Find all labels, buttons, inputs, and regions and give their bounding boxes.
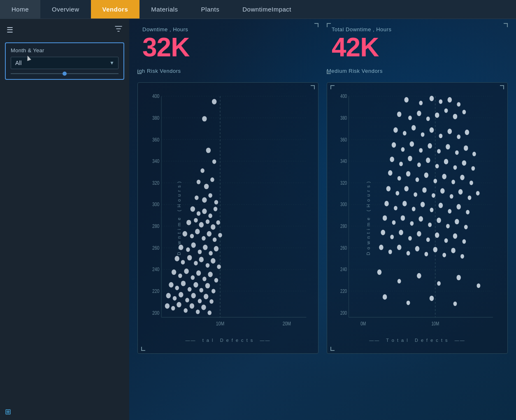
svg-point-214	[390, 235, 394, 239]
svg-point-76	[202, 277, 207, 281]
nav-downtime-impact[interactable]: DowntimeImpact	[231, 0, 303, 19]
svg-point-210	[446, 224, 450, 228]
kpi-label-right: Total Downtime , Hours	[332, 26, 503, 32]
svg-point-195	[402, 201, 407, 206]
svg-point-144	[403, 131, 407, 135]
svg-point-56	[179, 245, 183, 250]
svg-point-239	[383, 294, 387, 299]
nav-overview[interactable]: Overview	[40, 0, 91, 19]
svg-point-185	[414, 192, 417, 197]
svg-point-94	[209, 299, 214, 304]
svg-point-199	[439, 203, 443, 208]
svg-point-168	[444, 159, 449, 164]
svg-point-46	[206, 219, 210, 224]
svg-point-236	[437, 281, 441, 286]
svg-point-240	[407, 301, 410, 305]
svg-text:260: 260	[340, 245, 347, 251]
svg-point-146	[421, 132, 425, 137]
svg-point-53	[207, 231, 212, 237]
svg-point-87	[166, 293, 171, 298]
svg-point-235	[417, 273, 421, 278]
content-area: Downtime , Hours 32K Total Downtime , Ho…	[129, 19, 516, 420]
svg-point-84	[199, 288, 203, 292]
nav-home[interactable]: Home	[0, 0, 40, 19]
svg-point-97	[177, 302, 181, 307]
svg-point-101	[201, 305, 206, 310]
svg-point-42	[214, 207, 218, 211]
chart-medium-risk-vendors: D o w n t i m e ( H o u r s )	[327, 82, 508, 354]
svg-point-100	[196, 310, 200, 314]
svg-point-194	[394, 206, 397, 210]
nav-plants[interactable]: Plants	[190, 0, 231, 19]
svg-point-132	[439, 100, 443, 104]
svg-point-33	[210, 177, 214, 182]
slider-thumb[interactable]	[63, 72, 67, 76]
svg-point-226	[407, 251, 410, 255]
svg-point-91	[191, 293, 195, 298]
svg-point-163	[399, 162, 403, 166]
svg-text:200: 200	[340, 310, 347, 316]
svg-point-189	[450, 194, 453, 199]
svg-text:300: 300	[152, 202, 159, 207]
svg-point-55	[218, 233, 222, 237]
top-navigation: Home Overview Vendors Materials Plants D…	[0, 0, 516, 19]
svg-point-62	[214, 246, 218, 251]
svg-point-32	[204, 184, 209, 189]
svg-point-43	[186, 220, 191, 225]
svg-text:20M: 20M	[283, 321, 291, 326]
nav-vendors[interactable]: Vendors	[91, 0, 140, 19]
svg-point-143	[393, 128, 398, 133]
svg-point-29	[212, 159, 216, 164]
svg-point-173	[397, 176, 401, 181]
svg-point-161	[472, 152, 476, 156]
svg-point-188	[440, 188, 445, 194]
svg-point-50	[190, 234, 194, 238]
hamburger-icon[interactable]: ☰	[7, 26, 13, 35]
main-layout: ☰ Month & Year All Jan 2023 Feb	[0, 19, 516, 420]
svg-point-136	[408, 116, 412, 120]
kpi-row: Downtime , Hours 32K Total Downtime , Ho…	[129, 23, 516, 64]
svg-point-142	[463, 110, 466, 114]
charts-row: D o w n t i m e ( H o u r s )	[129, 82, 516, 354]
svg-point-207	[419, 216, 423, 222]
svg-point-238	[477, 283, 481, 288]
bottom-axis-label-right: —— T o t a l D e f e c t s ——	[327, 338, 507, 343]
nav-materials[interactable]: Materials	[139, 0, 189, 19]
svg-point-176	[424, 172, 429, 178]
svg-point-98	[184, 308, 188, 313]
kpi-total-downtime: Total Downtime , Hours 42K	[327, 23, 508, 64]
svg-text:340: 340	[340, 158, 347, 164]
svg-point-162	[390, 157, 394, 162]
kpi-corner-tr-right	[504, 23, 508, 27]
svg-text:400: 400	[340, 93, 347, 99]
svg-text:260: 260	[152, 245, 159, 251]
svg-point-86	[212, 289, 216, 293]
svg-point-26	[212, 99, 216, 104]
svg-point-164	[408, 156, 412, 161]
filter-icon[interactable]	[114, 25, 123, 35]
svg-point-215	[399, 230, 403, 235]
svg-point-211	[455, 219, 459, 224]
svg-point-93	[204, 294, 208, 299]
svg-point-157	[437, 149, 441, 153]
svg-point-52	[202, 236, 206, 241]
svg-point-58	[191, 242, 195, 248]
scatter-chart-left: 400 380 360 340 320 300 280 260 240 220 …	[138, 83, 318, 353]
svg-point-219	[435, 232, 439, 238]
svg-point-129	[404, 97, 409, 102]
svg-point-49	[183, 231, 187, 237]
svg-text:380: 380	[340, 115, 347, 121]
svg-point-228	[425, 252, 428, 256]
svg-point-134	[457, 102, 460, 107]
svg-point-198	[430, 208, 434, 212]
svg-text:360: 360	[340, 137, 347, 142]
svg-point-206	[410, 221, 414, 226]
svg-point-131	[430, 96, 434, 101]
svg-point-177	[433, 179, 437, 183]
taskbar: ⊞	[0, 404, 129, 420]
windows-start-icon[interactable]: ⊞	[5, 407, 11, 416]
svg-point-95	[165, 303, 170, 309]
svg-point-174	[406, 171, 411, 176]
svg-point-186	[422, 187, 427, 193]
sidebar-header: ☰	[0, 19, 129, 39]
